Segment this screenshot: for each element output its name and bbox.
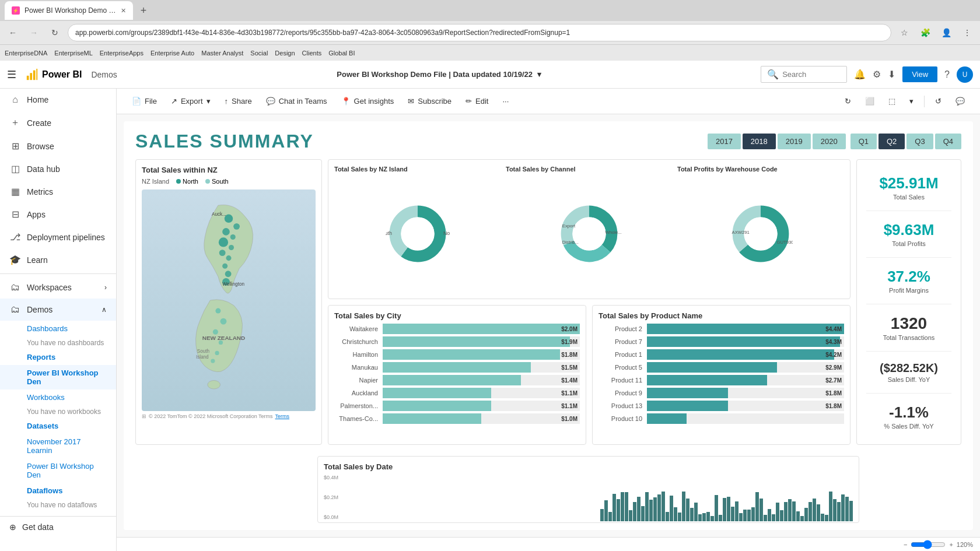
more-view-icon[interactable]: ▾ [904, 93, 919, 109]
comment-icon[interactable]: 💬 [950, 93, 971, 109]
donut3-title: Total Profits by Warehouse Code [677, 166, 844, 173]
undo-icon[interactable]: ↺ [929, 93, 947, 109]
year-2018-button[interactable]: 2018 [743, 134, 776, 149]
profile-icon[interactable]: 👤 [938, 24, 954, 41]
sidebar-item-deployment[interactable]: ⎇ Deployment pipelines [0, 226, 116, 248]
date-bar-27 [710, 516, 714, 521]
date-bar-44 [780, 510, 783, 521]
donut1-svg: South North [386, 202, 450, 266]
edit-button[interactable]: ✏ Edit [460, 93, 494, 109]
settings-icon[interactable]: ⚙ [873, 69, 881, 80]
kpi-transactions-label: Total Transactions [866, 334, 951, 341]
year-2019-button[interactable]: 2019 [778, 134, 811, 149]
bookmark-design[interactable]: Design [275, 50, 295, 57]
date-bar-23 [694, 503, 698, 521]
metrics-icon: ▦ [9, 186, 21, 197]
share-button[interactable]: ↑ Share [219, 93, 258, 109]
insights-button[interactable]: 📍 Get insights [335, 93, 400, 109]
hamburger-menu[interactable]: ☰ [7, 68, 16, 81]
help-icon[interactable]: ? [944, 69, 950, 80]
get-data-button[interactable]: ⊕ Get data [0, 516, 116, 538]
city-bar-row-2: Hamilton $1.8M [334, 349, 580, 360]
year-2017-button[interactable]: 2017 [708, 134, 741, 149]
export-button[interactable]: ↗ Export ▾ [165, 93, 216, 109]
zoom-control[interactable]: − + 120% [904, 540, 973, 549]
bookmark-social[interactable]: Social [250, 50, 268, 57]
bookmark-enterprise-auto[interactable]: Enterprise Auto [150, 50, 194, 57]
zoom-slider[interactable] [911, 540, 946, 549]
city-label-5: Auckland [334, 389, 378, 396]
refresh-report-icon[interactable]: ↻ [839, 93, 857, 109]
svg-text:NEW ZEALAND: NEW ZEALAND [202, 335, 245, 341]
bookmark-clients[interactable]: Clients [302, 50, 322, 57]
chat-button[interactable]: 💬 Chat in Teams [260, 93, 333, 109]
dataset-item-1[interactable]: November 2017 Learnin [0, 434, 116, 458]
bookmark-enterprisedna[interactable]: EnterpriseDNA [5, 50, 47, 57]
download-icon[interactable]: ⬇ [888, 69, 895, 80]
bookmark-enterpriseapps[interactable]: EnterpriseApps [100, 50, 144, 57]
settings-icon[interactable]: ⋮ [959, 24, 975, 41]
terms-link[interactable]: Terms [275, 413, 290, 419]
zoom-decrease-icon[interactable]: − [904, 541, 907, 548]
back-button[interactable]: ← [5, 24, 21, 41]
sidebar-item-learn[interactable]: 🎓 Learn [0, 248, 116, 271]
reports-section[interactable]: Reports [0, 349, 116, 365]
bookmark-global-bi[interactable]: Global BI [328, 50, 355, 57]
q3-button[interactable]: Q3 [907, 134, 933, 149]
kpi-section: $25.91M Total Sales $9.63M Total Profits… [856, 159, 961, 445]
product-label-2: Product 1 [598, 351, 642, 358]
datasets-section[interactable]: Datasets [0, 418, 116, 434]
date-bar-19 [678, 513, 681, 521]
city-fill-6 [383, 401, 491, 411]
product-fill-7 [647, 413, 687, 424]
notification-icon[interactable]: 🔔 [854, 69, 866, 80]
map-container[interactable]: Auck... Wellington NEW ZEALAND South Isl… [142, 189, 316, 411]
subscribe-button[interactable]: ✉ Subscribe [402, 93, 457, 109]
workbooks-section[interactable]: Workbooks [0, 389, 116, 405]
tab-favicon: ⚡ [12, 6, 20, 15]
sidebar-item-metrics[interactable]: ▦ Metrics [0, 180, 116, 203]
date-title: Total Sales by Date [324, 462, 853, 471]
refresh-button[interactable]: ↻ [47, 24, 63, 41]
address-bar[interactable]: app.powerbi.com/groups/2389dbf1-f43e-4b1… [68, 24, 891, 41]
report-active-item[interactable]: Power BI Workshop Den [0, 365, 116, 389]
q1-button[interactable]: Q1 [850, 134, 877, 149]
view-button[interactable]: View [902, 66, 937, 82]
legend-north-label: North [183, 178, 198, 185]
sidebar-item-home[interactable]: ⌂ Home [0, 89, 116, 111]
bookmark-enterpriseml[interactable]: EnterpriseML [54, 50, 92, 57]
more-button[interactable]: ··· [496, 93, 514, 109]
view-mode-icon[interactable]: ⬜ [859, 93, 880, 109]
file-menu[interactable]: 📄 File [126, 93, 163, 109]
new-tab-button[interactable]: + [135, 2, 152, 19]
browser-chrome: ⚡ Power BI Workshop Demo File - ... ✕ + … [0, 0, 980, 61]
product-bars-title: Total Sales by Product Name [598, 311, 844, 320]
sidebar-item-apps[interactable]: ⊟ Apps [0, 203, 116, 226]
sidebar-item-datahub[interactable]: ◫ Data hub [0, 157, 116, 180]
fit-icon[interactable]: ⬚ [883, 93, 901, 109]
forward-button[interactable]: → [26, 24, 42, 41]
sidebar-item-workspaces[interactable]: 🗂 Workspaces › [0, 276, 116, 299]
date-bar-21 [686, 499, 690, 521]
dashboards-section[interactable]: Dashboards [0, 321, 116, 336]
tab-close-icon[interactable]: ✕ [121, 7, 126, 15]
q4-button[interactable]: Q4 [935, 134, 961, 149]
extensions-icon[interactable]: 🧩 [917, 24, 933, 41]
profile-avatar[interactable]: U [957, 66, 973, 83]
donut1-title: Total Sales by NZ Island [334, 166, 501, 173]
file-title: Power BI Workshop Demo File [337, 70, 446, 79]
kpi-total-profits-value: $9.63M [866, 221, 951, 239]
dataflows-section[interactable]: Dataflows [0, 483, 116, 499]
q2-button[interactable]: Q2 [878, 134, 905, 149]
dataset-item-2[interactable]: Power BI Workshop Den [0, 458, 116, 483]
zoom-increase-icon[interactable]: + [949, 541, 953, 548]
sidebar-item-demos[interactable]: 🗂 Demos ∧ [0, 299, 116, 321]
bookmark-master-analyst[interactable]: Master Analyst [201, 50, 243, 57]
bookmark-icon[interactable]: ☆ [896, 24, 912, 41]
search-input[interactable] [782, 70, 841, 79]
product-track-5: $1.8M [647, 388, 844, 398]
sidebar-item-create[interactable]: ＋ Create [0, 111, 116, 135]
sidebar-item-browse[interactable]: ⊞ Browse [0, 135, 116, 157]
search-box[interactable]: 🔍 [761, 66, 847, 83]
year-2020-button[interactable]: 2020 [813, 134, 846, 149]
